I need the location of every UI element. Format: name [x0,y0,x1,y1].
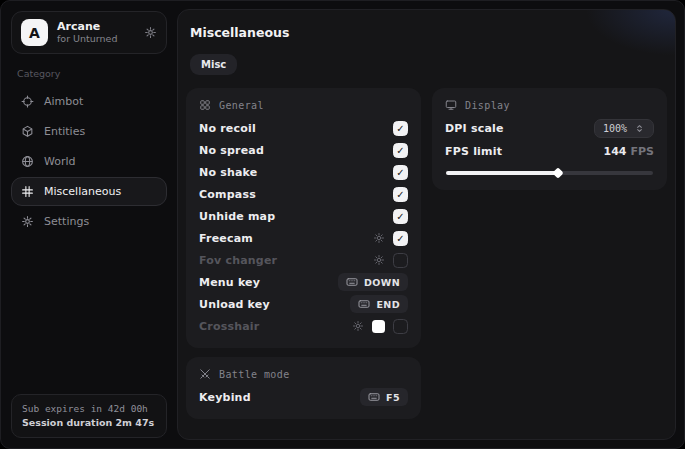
sidebar-nav: AimbotEntitiesWorldMiscellaneousSettings [11,87,167,237]
row-controls: ✓ [393,165,408,180]
setting-label: Freecam [199,232,253,245]
row-controls: ✓ [393,121,408,136]
gear-icon[interactable] [373,254,385,266]
globe-icon [21,155,34,168]
setting-label: Fov changer [199,254,277,267]
panel-title: General [219,100,264,111]
keyboard-icon [368,391,380,403]
sidebar-item-label: Miscellaneous [44,185,121,198]
general-panel-header: General [199,99,408,111]
keyboard-icon [358,298,370,310]
row-controls [352,319,408,334]
fps-limit-row: FPS limit 144 FPS [445,140,654,163]
setting-row: Unhide map✓ [199,205,408,227]
sidebar-item-aimbot[interactable]: Aimbot [11,87,167,116]
battle-mode-panel-header: Battle mode [199,368,408,380]
category-label: Category [17,68,167,79]
keybind-button[interactable]: F5 [360,388,408,406]
keybind-button[interactable]: DOWN [338,273,408,291]
crosshair-icon [21,95,34,108]
app-logo: A [21,19,48,46]
fps-slider-thumb[interactable] [552,167,563,178]
row-controls: F5 [360,388,408,406]
setting-row: Unload keyEND [199,293,408,315]
checkbox[interactable] [393,253,408,268]
dpi-scale-select[interactable]: 100% [594,119,654,138]
color-swatch[interactable] [372,320,385,333]
setting-label: Unhide map [199,210,275,223]
keybind-button[interactable]: END [350,295,408,313]
setting-row: No spread✓ [199,139,408,161]
sidebar-item-world[interactable]: World [11,147,167,176]
keyboard-icon [346,276,358,288]
fps-slider[interactable] [446,171,653,175]
display-panel-header: Display [445,99,654,111]
sidebar-item-miscellaneous[interactable]: Miscellaneous [11,177,167,206]
left-column: General No recoil✓No spread✓No shake✓Com… [186,88,421,419]
general-rows: No recoil✓No spread✓No shake✓Compass✓Unh… [199,117,408,337]
setting-label: Unload key [199,298,270,311]
main-content: Miscellaneous Misc General No recoil✓No … [177,9,676,440]
keybind-label: F5 [386,392,400,403]
row-controls: ✓ [393,143,408,158]
keybind-label: END [376,299,400,310]
subscription-card: Sub expires in 42d 00h Session duration … [11,394,167,438]
tab-misc[interactable]: Misc [190,54,237,75]
dpi-scale-value: 100% [603,123,627,134]
row-controls [373,253,408,268]
checkbox[interactable]: ✓ [393,231,408,246]
panel-columns: General No recoil✓No spread✓No shake✓Com… [186,88,667,419]
fps-slider-fill [446,171,558,175]
row-controls: ✓ [373,231,408,246]
checkbox[interactable]: ✓ [393,165,408,180]
app-name: Arcane [57,20,117,34]
setting-row: Crosshair [199,315,408,337]
display-panel: Display DPI scale 100% FPS limit 144 [432,88,667,190]
panel-title: Display [465,100,510,111]
sidebar-item-settings[interactable]: Settings [11,207,167,236]
checkbox[interactable]: ✓ [393,187,408,202]
row-controls: DOWN [338,273,408,291]
checkbox[interactable]: ✓ [393,121,408,136]
setting-label: No spread [199,144,264,157]
monitor-icon [445,99,457,111]
app-header: A Arcane for Unturned [11,11,167,54]
setting-row: No shake✓ [199,161,408,183]
sidebar-item-label: Aimbot [44,95,83,108]
gear-icon[interactable] [373,232,385,244]
keybind-label: DOWN [364,277,400,288]
right-column: Display DPI scale 100% FPS limit 144 [432,88,667,190]
checkbox[interactable]: ✓ [393,209,408,224]
session-duration-text: Session duration 2m 47s [22,416,156,430]
sidebar-item-entities[interactable]: Entities [11,117,167,146]
chevrons-up-down-icon [634,123,645,134]
panel-title: Battle mode [219,369,290,380]
row-controls: ✓ [393,209,408,224]
setting-label: No shake [199,166,257,179]
battle-mode-panel: Battle mode KeybindF5 [186,357,421,419]
gear-icon[interactable] [352,320,364,332]
gear-icon[interactable] [144,26,157,39]
sidebar-item-label: Entities [44,125,85,138]
setting-label: DPI scale [445,122,504,135]
setting-row: Freecam✓ [199,227,408,249]
setting-row: No recoil✓ [199,117,408,139]
gear-icon [21,215,34,228]
checkbox[interactable]: ✓ [393,143,408,158]
battle-mode-rows: KeybindF5 [199,386,408,408]
sidebar: A Arcane for Unturned Category AimbotEnt… [1,1,177,448]
sidebar-item-label: World [44,155,76,168]
setting-row: Menu keyDOWN [199,271,408,293]
setting-label: Compass [199,188,256,201]
checkbox[interactable] [393,319,408,334]
setting-label: Crosshair [199,320,259,333]
setting-label: Menu key [199,276,260,289]
sub-expiry-text: Sub expires in 42d 00h [22,402,156,416]
swords-icon [199,368,211,380]
layout-grid-icon [199,99,211,111]
row-controls: END [350,295,408,313]
setting-row: Compass✓ [199,183,408,205]
app-subtitle: for Unturned [57,33,117,45]
sidebar-item-label: Settings [44,215,89,228]
fps-limit-value: 144 FPS [604,145,654,158]
